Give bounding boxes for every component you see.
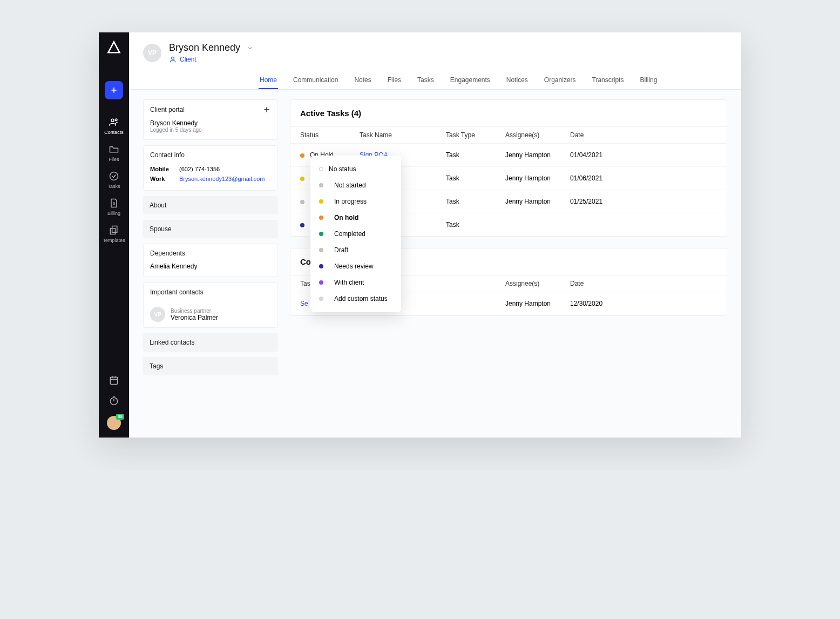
contact-label: Work <box>150 176 174 182</box>
status-option-with-client[interactable]: With client <box>310 274 401 291</box>
copy-icon <box>109 225 119 236</box>
dependents-title: Dependents <box>150 250 185 257</box>
task-date: 12/30/2020 <box>570 300 619 307</box>
chevron-down-icon[interactable] <box>247 45 253 51</box>
tags-section[interactable]: Tags <box>143 357 278 375</box>
important-title: Important contacts <box>150 288 204 296</box>
nav-item-tasks[interactable]: Tasks <box>99 166 129 193</box>
task-date: 01/25/2021 <box>570 198 619 205</box>
contact-row: WorkBryson.kennedy123@gmail.com <box>150 174 271 184</box>
status-dropdown[interactable]: No statusNot startedIn progressOn holdCo… <box>310 156 401 312</box>
important-avatar: VP <box>150 307 165 322</box>
status-option-completed[interactable]: Completed <box>310 226 401 242</box>
tab-communication[interactable]: Communication <box>292 72 339 89</box>
task-assignee: Jenny Hampton <box>505 151 570 159</box>
tab-organizers[interactable]: Organizers <box>543 72 577 89</box>
person-icon <box>169 56 177 63</box>
page-header: VP Bryson Kennedy Client <box>129 32 741 63</box>
status-option-needs-review[interactable]: Needs review <box>310 258 401 274</box>
status-option-label: Add custom status <box>334 295 388 302</box>
task-assignee: Jenny Hampton <box>505 198 570 205</box>
status-option-label: Completed <box>334 230 365 238</box>
about-section[interactable]: About <box>143 196 278 214</box>
tab-billing[interactable]: Billing <box>639 72 658 89</box>
contact-value: (602) 774-1356 <box>179 166 220 172</box>
tab-home[interactable]: Home <box>259 72 278 89</box>
status-option-no-status[interactable]: No status <box>310 161 401 177</box>
spouse-section[interactable]: Spouse <box>143 220 278 238</box>
svg-point-1 <box>115 119 117 121</box>
nav-item-contacts[interactable]: Contacts <box>99 112 129 139</box>
contact-info-title: Contact info <box>150 151 185 159</box>
linked-section[interactable]: Linked contacts <box>143 333 278 352</box>
status-option-not-started[interactable]: Not started <box>310 177 401 193</box>
status-dot-icon <box>319 297 323 301</box>
svg-point-7 <box>110 398 117 405</box>
col-assignees: Assignee(s) <box>505 131 570 139</box>
status-dot-icon <box>300 177 304 181</box>
svg-text:$: $ <box>113 201 116 206</box>
tab-notes[interactable]: Notes <box>353 72 372 89</box>
contact-value[interactable]: Bryson.kennedy123@gmail.com <box>179 176 265 182</box>
portal-user-name: Bryson Kennedy <box>150 119 271 127</box>
nav-item-files[interactable]: Files <box>99 139 129 166</box>
status-dot-icon <box>319 280 323 285</box>
status-option-in-progress[interactable]: In progress <box>310 193 401 210</box>
page-title: Bryson Kennedy <box>169 42 240 53</box>
right-column: Active Tasks (4) StatusTask NameTask Typ… <box>290 99 727 428</box>
status-option-label: Not started <box>334 181 366 189</box>
user-avatar[interactable] <box>107 416 121 430</box>
dependents-panel: Dependents Amelia Kennedy <box>143 244 278 277</box>
task-assignee: Jenny Hampton <box>505 300 570 307</box>
status-option-label: With client <box>334 279 364 286</box>
tab-engagements[interactable]: Engagements <box>449 72 491 89</box>
status-dot-icon <box>319 199 323 204</box>
status-dot-icon <box>300 153 304 158</box>
plus-icon <box>110 86 118 95</box>
task-type: Task <box>446 221 505 228</box>
app-frame: Contacts Files Tasks $ Billing Templates… <box>99 32 741 438</box>
left-column: Client portal Bryson Kennedy Logged in 5… <box>143 99 278 428</box>
status-option-label: Draft <box>334 246 348 254</box>
status-option-label: On hold <box>334 214 358 221</box>
svg-rect-4 <box>112 226 117 233</box>
important-contacts-panel: Important contacts VP Business partner V… <box>143 282 278 328</box>
calendar-icon[interactable] <box>109 375 119 386</box>
contact-info-panel: Contact info Mobile(602) 774-1356WorkBry… <box>143 145 278 191</box>
task-type: Task <box>446 198 505 205</box>
status-dot-icon <box>319 248 323 252</box>
status-dot-icon <box>319 216 323 220</box>
svg-point-2 <box>110 172 118 180</box>
status-option-draft[interactable]: Draft <box>310 242 401 258</box>
col-partial: Assignee(s) <box>505 280 570 287</box>
status-option-label: No status <box>329 165 356 173</box>
status-dot-icon <box>300 200 304 204</box>
timer-icon[interactable] <box>109 395 119 406</box>
contacts-icon <box>109 117 119 127</box>
nav-item-templates[interactable]: Templates <box>99 220 129 247</box>
status-option-label: Needs review <box>334 263 374 270</box>
col-taskname: Task Name <box>360 131 446 139</box>
tab-tasks[interactable]: Tasks <box>416 72 435 89</box>
nav-label: Tasks <box>107 184 120 189</box>
nav-label: Contacts <box>104 130 124 135</box>
add-button[interactable] <box>105 81 123 99</box>
nav-item-billing[interactable]: $ Billing <box>99 193 129 220</box>
active-tasks-title: Active Tasks (4) <box>290 100 727 126</box>
tabs-bar: HomeCommunicationNotesFilesTasksEngageme… <box>129 72 741 90</box>
check-circle-icon <box>109 171 119 181</box>
task-type: Task <box>446 174 505 182</box>
client-label: Client <box>180 56 197 63</box>
tab-notices[interactable]: Notices <box>505 72 529 89</box>
status-option-add-custom-status[interactable]: Add custom status <box>310 291 401 307</box>
tab-transcripts[interactable]: Transcripts <box>591 72 625 89</box>
col-partial <box>446 280 505 287</box>
status-option-on-hold[interactable]: On hold <box>310 210 401 226</box>
status-dot-icon <box>319 232 323 236</box>
task-assignee: Jenny Hampton <box>505 174 570 182</box>
client-tag: Client <box>169 56 253 63</box>
svg-point-0 <box>111 119 114 122</box>
tab-files[interactable]: Files <box>387 72 402 89</box>
add-portal-icon[interactable] <box>262 105 271 114</box>
contact-avatar: VP <box>143 44 161 62</box>
